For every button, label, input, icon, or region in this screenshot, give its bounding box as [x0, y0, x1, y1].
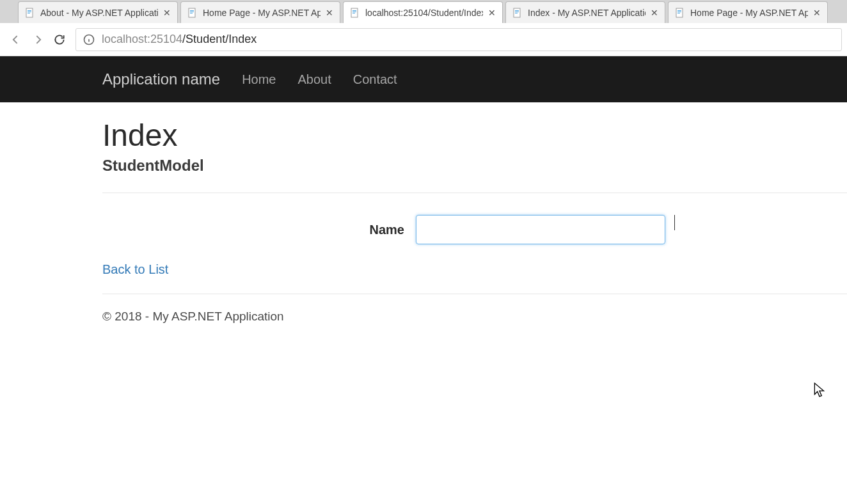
- tab-strip: About - My ASP.NET Application ✕ Home Pa…: [0, 0, 847, 23]
- tab-title: localhost:25104/Student/Index: [365, 8, 483, 18]
- address-bar[interactable]: localhost:25104/Student/Index: [75, 28, 842, 51]
- page-favicon-icon: [25, 8, 35, 18]
- page-subtitle: StudentModel: [102, 157, 847, 175]
- close-icon[interactable]: ✕: [324, 8, 335, 18]
- browser-tab[interactable]: Index - My ASP.NET Application ✕: [505, 1, 665, 23]
- svg-rect-1: [28, 10, 31, 11]
- svg-rect-14: [515, 12, 519, 12]
- svg-rect-9: [352, 10, 356, 11]
- url-host: localhost:25104: [102, 33, 182, 46]
- svg-rect-13: [515, 10, 519, 11]
- tab-title: About - My ASP.NET Application: [40, 8, 158, 18]
- form-row-name: Name: [102, 215, 847, 244]
- browser-tab-active[interactable]: localhost:25104/Student/Index ✕: [343, 1, 503, 23]
- close-icon[interactable]: ✕: [487, 8, 497, 18]
- svg-rect-6: [190, 12, 194, 12]
- nav-link-about[interactable]: About: [297, 72, 331, 87]
- reload-button[interactable]: [49, 29, 70, 51]
- name-label: Name: [102, 223, 416, 237]
- navbar-brand[interactable]: Application name: [102, 70, 220, 88]
- nav-link-home[interactable]: Home: [242, 72, 276, 87]
- close-icon[interactable]: ✕: [649, 8, 660, 18]
- page-favicon-icon: [350, 8, 360, 18]
- nav-link-contact[interactable]: Contact: [353, 72, 397, 87]
- url-path: /Student/Index: [182, 33, 257, 46]
- svg-rect-7: [190, 13, 193, 13]
- text-caret: [674, 215, 675, 230]
- divider: [102, 193, 847, 193]
- tab-title: Index - My ASP.NET Application: [528, 8, 645, 18]
- browser-toolbar: localhost:25104/Student/Index: [0, 23, 847, 56]
- svg-rect-18: [677, 12, 681, 12]
- svg-rect-11: [352, 13, 355, 13]
- tab-title: Home Page - My ASP.NET Application: [690, 8, 808, 18]
- name-input[interactable]: [416, 215, 665, 244]
- browser-tab[interactable]: Home Page - My ASP.NET Application ✕: [668, 1, 828, 23]
- svg-rect-2: [28, 12, 31, 12]
- site-info-icon[interactable]: [83, 33, 95, 46]
- svg-rect-10: [352, 12, 356, 12]
- browser-tab[interactable]: Home Page - My ASP.NET Application ✕: [180, 1, 340, 23]
- mouse-cursor-icon: [814, 382, 825, 400]
- svg-rect-19: [677, 13, 680, 13]
- svg-rect-3: [28, 13, 30, 13]
- page-title: Index: [102, 118, 847, 153]
- close-icon[interactable]: ✕: [812, 8, 822, 18]
- svg-rect-15: [515, 13, 518, 13]
- page-body: Index StudentModel Name Back to List © 2…: [0, 102, 847, 324]
- site-navbar: Application name Home About Contact: [0, 56, 847, 102]
- page-favicon-icon: [187, 8, 198, 18]
- back-button[interactable]: [5, 29, 27, 51]
- browser-chrome: About - My ASP.NET Application ✕ Home Pa…: [0, 0, 847, 56]
- page-favicon-icon: [675, 8, 685, 18]
- back-to-list-link[interactable]: Back to List: [102, 262, 168, 277]
- tab-title: Home Page - My ASP.NET Application: [203, 8, 321, 18]
- svg-rect-5: [190, 10, 194, 11]
- footer-text: © 2018 - My ASP.NET Application: [102, 294, 847, 324]
- page-favicon-icon: [512, 8, 523, 18]
- forward-button[interactable]: [27, 29, 49, 51]
- svg-rect-17: [677, 10, 681, 11]
- close-icon[interactable]: ✕: [162, 8, 172, 18]
- browser-tab[interactable]: About - My ASP.NET Application ✕: [18, 1, 178, 23]
